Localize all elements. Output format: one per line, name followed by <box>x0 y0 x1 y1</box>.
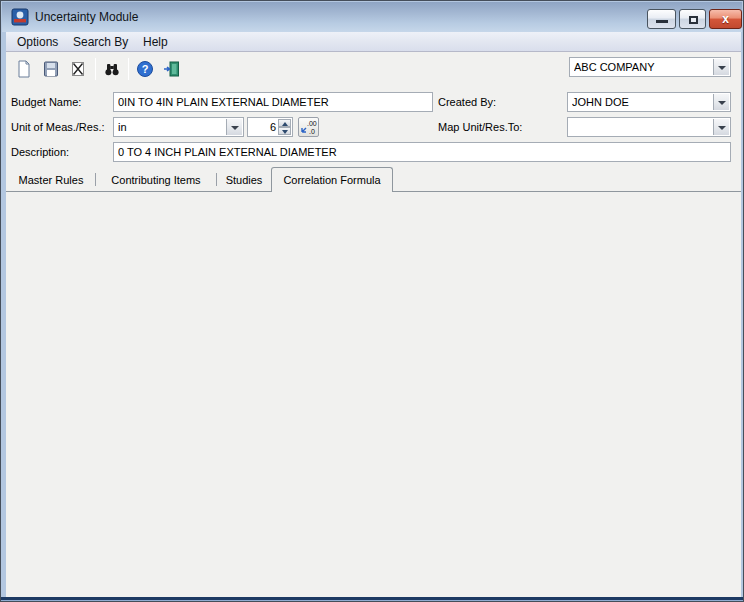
tab-master-rules[interactable]: Master Rules <box>11 169 91 191</box>
help-button[interactable]: ? <box>134 58 156 80</box>
unit-value: in <box>118 118 225 136</box>
tab-separator <box>216 173 217 186</box>
map-unit-combo[interactable] <box>567 117 731 137</box>
menu-help[interactable]: Help <box>138 32 173 52</box>
save-icon <box>41 59 61 79</box>
resolution-spinner[interactable]: 6 <box>247 117 293 137</box>
budget-name-label: Budget Name: <box>11 92 81 112</box>
delete-button[interactable] <box>67 58 89 80</box>
save-button[interactable] <box>40 58 62 80</box>
window-frame-bottom <box>1 597 743 601</box>
description-value: 0 TO 4 INCH PLAIN EXTERNAL DIAMETER <box>118 143 728 161</box>
minimize-button[interactable] <box>647 9 676 29</box>
chevron-down-icon <box>718 101 726 105</box>
close-icon: x <box>710 10 741 28</box>
resolution-value: 6 <box>250 118 276 136</box>
tab-correlation-formula[interactable]: Correlation Formula <box>271 167 393 192</box>
svg-text:.00: .00 <box>307 120 317 127</box>
menubar: Options Search By Help <box>6 32 741 52</box>
close-button[interactable]: x <box>709 9 742 29</box>
restore-button[interactable] <box>679 9 706 29</box>
tab-separator <box>95 173 96 186</box>
triangle-up-icon <box>282 122 288 126</box>
chevron-down-icon <box>718 126 726 130</box>
tabstrip: Master Rules Contributing Items Studies … <box>6 167 741 192</box>
toolbar-separator <box>95 58 96 80</box>
created-by-combo[interactable]: JOHN DOE <box>567 92 731 112</box>
help-icon: ? <box>135 59 155 79</box>
correlation-formula-page <box>6 191 741 597</box>
description-input[interactable]: 0 TO 4 INCH PLAIN EXTERNAL DIAMETER <box>113 142 731 162</box>
delete-icon <box>68 59 88 79</box>
find-button[interactable] <box>101 58 123 80</box>
created-by-dropdown[interactable] <box>713 94 729 110</box>
main-toolbar: ? ABC COMPANY <box>6 53 741 86</box>
unit-label: Unit of Meas./Res.: <box>11 117 105 137</box>
spinner-buttons <box>278 119 291 135</box>
tab-studies[interactable]: Studies <box>220 169 268 191</box>
triangle-down-icon <box>282 130 288 134</box>
uncertainty-module-window: Uncertainty Module x Options Search By H… <box>0 0 744 602</box>
decimal-precision-icon: .00 .0 <box>299 118 318 136</box>
description-label: Description: <box>11 142 69 162</box>
company-combo[interactable]: ABC COMPANY <box>569 57 731 77</box>
spin-up-button[interactable] <box>278 119 291 127</box>
map-unit-dropdown[interactable] <box>713 119 729 135</box>
exit-door-icon <box>162 59 182 79</box>
svg-text:?: ? <box>142 63 149 75</box>
restore-icon <box>689 16 698 24</box>
menu-search-by[interactable]: Search By <box>68 32 133 52</box>
menu-options[interactable]: Options <box>12 32 63 52</box>
new-button[interactable] <box>13 58 35 80</box>
unit-combo[interactable]: in <box>113 117 244 137</box>
minimize-icon <box>656 20 668 23</box>
budget-name-input[interactable]: 0IN TO 4IN PLAIN EXTERNAL DIAMETER <box>113 92 433 112</box>
decimal-precision-button[interactable]: .00 .0 <box>298 117 319 137</box>
client-area: Options Search By Help <box>6 32 741 597</box>
window-title: Uncertainty Module <box>35 2 138 32</box>
titlebar[interactable]: Uncertainty Module x <box>2 2 742 32</box>
toolbar-separator <box>128 58 129 80</box>
exit-button[interactable] <box>161 58 183 80</box>
created-by-label: Created By: <box>438 92 496 112</box>
svg-text:.0: .0 <box>309 128 315 135</box>
unit-dropdown[interactable] <box>226 119 242 135</box>
chevron-down-icon <box>718 66 726 70</box>
binoculars-icon <box>102 59 122 79</box>
created-by-value: JOHN DOE <box>572 93 712 111</box>
spin-down-button[interactable] <box>278 127 291 135</box>
company-combo-value: ABC COMPANY <box>574 58 712 76</box>
map-unit-label: Map Unit/Res.To: <box>438 117 522 137</box>
budget-name-value: 0IN TO 4IN PLAIN EXTERNAL DIAMETER <box>118 93 430 111</box>
tab-contributing-items[interactable]: Contributing Items <box>100 169 212 191</box>
chevron-down-icon <box>231 126 239 130</box>
company-combo-dropdown[interactable] <box>713 59 729 75</box>
new-document-icon <box>14 59 34 79</box>
app-icon[interactable] <box>11 8 29 26</box>
